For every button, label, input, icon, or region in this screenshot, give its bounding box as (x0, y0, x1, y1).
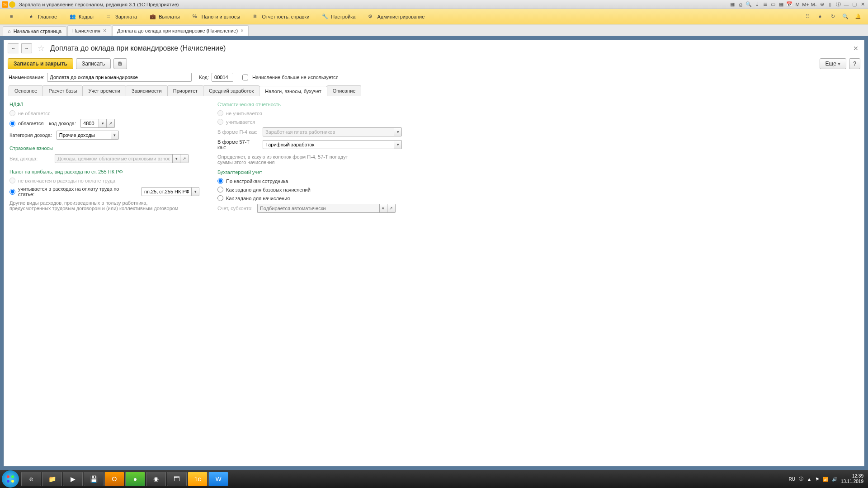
taskbar-app[interactable]: 💾 (84, 472, 104, 486)
acc-opt2-radio[interactable] (217, 187, 223, 192)
nav-back-button[interactable]: ← (8, 43, 19, 53)
form-tab[interactable]: Основное (9, 85, 43, 96)
menu-payments[interactable]: 💼Выплаты (143, 9, 186, 24)
taskbar-word[interactable]: W (208, 472, 228, 486)
form-tab[interactable]: Учет времени (82, 85, 126, 96)
titlebar-icon[interactable]: ▦ (778, 1, 785, 8)
income-type-label: Вид дохода: (9, 156, 38, 161)
income-code-input[interactable] (80, 119, 99, 128)
dropdown-icon[interactable] (9, 1, 15, 8)
form-tab[interactable]: Налоги, взносы, бухучет (259, 86, 327, 96)
taskbar-1c[interactable]: 1c (188, 472, 208, 486)
unused-checkbox[interactable] (242, 75, 248, 80)
attach-button[interactable]: 🗎 (113, 58, 127, 69)
titlebar-icon[interactable]: M (794, 1, 801, 8)
menu-settings[interactable]: 🔧Настройка (316, 9, 362, 24)
bell-icon[interactable]: 🔔 (852, 10, 864, 23)
more-button[interactable]: Еще (820, 58, 847, 69)
dropdown-icon[interactable]: ▾ (99, 119, 107, 128)
menu-taxes[interactable]: %Налоги и взносы (186, 9, 247, 24)
tray-icon[interactable]: 📶 (823, 477, 828, 482)
form-tab[interactable]: Описание (327, 85, 362, 96)
tab-home[interactable]: ⌂Начальная страница (3, 26, 66, 36)
category-input[interactable] (57, 131, 111, 140)
menu-personnel[interactable]: 👥Кадры (63, 9, 100, 24)
dropdown-icon[interactable]: ▾ (379, 204, 387, 213)
titlebar-icon[interactable]: M+ (802, 1, 809, 8)
titlebar-icon[interactable]: ⎙ (737, 1, 744, 8)
titlebar-icon[interactable]: ≣ (761, 1, 769, 8)
dropdown-icon[interactable]: ▾ (172, 154, 180, 163)
close-icon[interactable]: × (103, 28, 106, 34)
search-icon[interactable]: 🔍 (839, 10, 852, 23)
profit-tax-section-title: Налог на прибыль, вид расхода по ст. 255… (9, 169, 199, 174)
taskbar-explorer[interactable]: 📁 (42, 472, 62, 486)
open-icon[interactable]: ↗ (107, 119, 115, 128)
profit-yes-radio[interactable] (9, 189, 15, 195)
acc-opt1-radio[interactable] (217, 178, 223, 184)
form-tab[interactable]: Расчет базы (42, 85, 83, 96)
t57-input[interactable] (263, 140, 394, 149)
ndfl-yes-radio[interactable] (9, 121, 15, 127)
dropdown-icon[interactable]: ▾ (191, 187, 199, 196)
form-tab[interactable]: Зависимости (126, 85, 168, 96)
tab-current[interactable]: Доплата до оклада при командировке (Начи… (112, 25, 249, 36)
save-button[interactable]: Записать (76, 58, 111, 69)
titlebar-icon[interactable]: ⊕ (818, 1, 826, 8)
taskbar-app[interactable]: O (104, 472, 124, 486)
taskbar-chrome[interactable]: ◉ (146, 472, 166, 486)
close-page-icon[interactable]: ✕ (851, 43, 860, 54)
home-icon: ⌂ (8, 28, 11, 34)
page-title: Доплата до оклада при командировке (Начи… (50, 44, 226, 52)
maximize-icon[interactable]: ▢ (851, 1, 858, 8)
name-input[interactable] (47, 73, 192, 82)
tray-icon[interactable]: ⓘ (799, 476, 803, 482)
acc-opt3-radio[interactable] (217, 195, 223, 201)
tab-accruals[interactable]: Начисления× (67, 25, 111, 36)
titlebar-icon[interactable]: 📅 (786, 1, 793, 8)
menu-reports[interactable]: 🗎Отчетность, справки (246, 9, 316, 24)
tray-icon[interactable]: ▲ (807, 477, 811, 482)
help-button[interactable]: ? (849, 58, 860, 69)
tray-lang[interactable]: RU (789, 477, 795, 482)
dropdown-icon[interactable]: ▾ (394, 127, 402, 136)
titlebar-icon[interactable]: ⤓ (753, 1, 760, 8)
start-button[interactable] (2, 470, 19, 488)
radio-label: Как задано для начисления (226, 196, 290, 201)
taskbar-ie[interactable]: e (21, 472, 41, 486)
menu-salary[interactable]: ≣Зарплата (100, 9, 143, 24)
profit-article-input[interactable] (142, 187, 191, 196)
taskbar-app[interactable]: 🗔 (167, 472, 187, 486)
menu-admin[interactable]: ⚙Администрирование (362, 9, 431, 24)
nav-forward-button[interactable]: → (21, 43, 32, 53)
open-icon[interactable]: ↗ (387, 204, 396, 213)
close-icon[interactable]: × (241, 28, 244, 34)
dropdown-icon[interactable]: ▾ (111, 131, 119, 140)
titlebar-icon[interactable]: M- (810, 1, 817, 8)
tray-clock[interactable]: 12:39 13.11.2019 (841, 474, 863, 484)
titlebar-icon[interactable]: ▦ (729, 1, 736, 8)
titlebar-icon[interactable]: 🔍 (745, 1, 752, 8)
form-tab[interactable]: Приоритет (167, 85, 203, 96)
menu-main[interactable]: ★Главное (23, 9, 63, 24)
dropdown-icon[interactable]: ▾ (394, 140, 402, 149)
open-icon[interactable]: ↗ (180, 154, 189, 163)
minimize-icon[interactable]: — (843, 1, 850, 8)
titlebar-icon[interactable]: ▯ (826, 1, 834, 8)
titlebar-icon[interactable]: ▭ (769, 1, 777, 8)
tray-icon[interactable]: 🔊 (832, 477, 837, 482)
favorite-icon[interactable]: ☆ (38, 43, 45, 53)
close-icon[interactable]: ✕ (859, 1, 866, 8)
info-icon[interactable]: ⓘ (835, 1, 842, 8)
star-icon[interactable]: ★ (814, 10, 826, 23)
code-input[interactable] (212, 73, 233, 82)
taskbar-media[interactable]: ▶ (63, 472, 83, 486)
taskbar-app[interactable]: ● (125, 472, 145, 486)
menu-burger[interactable]: ≡ (4, 9, 23, 24)
save-close-button[interactable]: Записать и закрыть (8, 58, 73, 69)
tray-icon[interactable]: ⚑ (815, 477, 819, 482)
history-icon[interactable]: ↻ (826, 10, 839, 23)
window-title: Зарплата и управление персоналом, редакц… (19, 2, 729, 7)
apps-icon[interactable]: ⠿ (801, 10, 814, 23)
form-tab[interactable]: Средний заработок (203, 85, 259, 96)
